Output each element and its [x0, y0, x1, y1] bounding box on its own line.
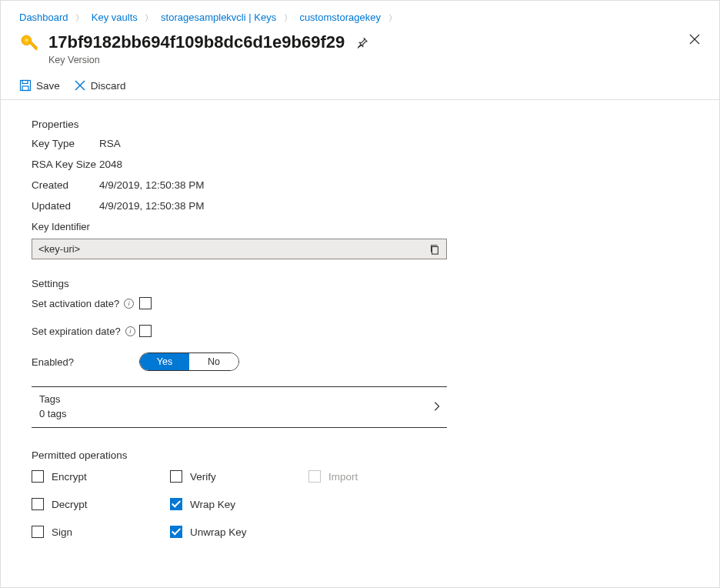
property-value: RSA	[99, 138, 121, 149]
sign-label: Sign	[52, 526, 72, 538]
copy-icon[interactable]	[429, 244, 440, 255]
key-identifier-value: <key-uri>	[38, 243, 80, 255]
unwrap-checkbox[interactable]	[170, 526, 182, 538]
encrypt-checkbox[interactable]	[32, 470, 44, 483]
settings-section-title: Settings	[32, 278, 701, 289]
info-icon[interactable]: i	[125, 326, 135, 336]
decrypt-label: Decrypt	[52, 499, 88, 510]
breadcrumb-keyvaults[interactable]: Key vaults	[92, 12, 138, 23]
discard-label: Discard	[91, 80, 126, 92]
property-label: Updated	[32, 200, 99, 212]
chevron-right-icon	[432, 401, 442, 412]
property-created: Created 4/9/2019, 12:50:38 PM	[32, 179, 701, 191]
key-identifier-label: Key Identifier	[32, 221, 701, 232]
perm-encrypt: Encrypt	[32, 470, 170, 483]
save-label: Save	[36, 80, 60, 92]
key-identifier-field[interactable]: <key-uri>	[32, 239, 447, 259]
perm-wrap: Wrap Key	[170, 498, 308, 510]
content: Properties Key Type RSA RSA Key Size 204…	[1, 100, 719, 538]
chevron-right-icon: 〉	[284, 12, 292, 24]
property-label: Key Type	[32, 138, 99, 149]
perm-sign: Sign	[32, 526, 170, 538]
verify-label: Verify	[190, 471, 216, 483]
chevron-right-icon: 〉	[145, 12, 153, 24]
decrypt-checkbox[interactable]	[32, 498, 44, 510]
expiration-date-label: Set expiration date?	[32, 326, 121, 337]
pin-icon[interactable]	[355, 36, 369, 50]
wrap-checkbox[interactable]	[170, 498, 182, 510]
properties-section-title: Properties	[32, 119, 701, 130]
svg-rect-12	[432, 246, 438, 254]
breadcrumb-keyname[interactable]: customstoragekey	[299, 12, 381, 23]
breadcrumb-dashboard[interactable]: Dashboard	[19, 12, 68, 23]
setting-expiration-date: Set expiration date? i	[32, 325, 701, 337]
breadcrumb: Dashboard 〉 Key vaults 〉 storagesamplekv…	[1, 1, 719, 28]
breadcrumb-vault[interactable]: storagesamplekvcli | Keys	[161, 12, 276, 23]
page-header: 17bf9182bb694f109b8dc6d1e9b69f29 Key Ver…	[1, 28, 719, 73]
key-icon	[19, 33, 41, 55]
perm-decrypt: Decrypt	[32, 498, 170, 510]
setting-enabled: Enabled? Yes No	[32, 352, 701, 371]
property-label: Created	[32, 179, 99, 191]
toolbar: Save Discard	[1, 73, 719, 100]
save-icon	[19, 79, 32, 92]
save-button[interactable]: Save	[19, 79, 60, 92]
enabled-toggle[interactable]: Yes No	[139, 352, 239, 371]
discard-button[interactable]: Discard	[74, 79, 126, 92]
property-value: 4/9/2019, 12:50:38 PM	[99, 179, 205, 191]
import-label: Import	[328, 471, 358, 483]
toggle-no[interactable]: No	[189, 353, 238, 370]
page-title: 17bf9182bb694f109b8dc6d1e9b69f29	[48, 32, 345, 53]
page-subtitle: Key Version	[48, 55, 345, 65]
svg-rect-9	[22, 86, 28, 91]
tags-count: 0 tags	[39, 408, 66, 419]
property-key-size: RSA Key Size 2048	[32, 159, 701, 170]
setting-activation-date: Set activation date? i	[32, 297, 701, 309]
expiration-date-checkbox[interactable]	[139, 325, 152, 337]
perm-unwrap: Unwrap Key	[170, 526, 308, 538]
activation-date-label: Set activation date?	[32, 298, 119, 309]
discard-icon	[74, 79, 86, 92]
perm-verify: Verify	[170, 470, 308, 483]
close-icon[interactable]	[688, 33, 701, 45]
property-key-type: Key Type RSA	[32, 138, 701, 149]
sign-checkbox[interactable]	[32, 526, 44, 538]
activation-date-checkbox[interactable]	[139, 297, 152, 309]
tags-row[interactable]: Tags 0 tags	[32, 386, 447, 428]
wrap-label: Wrap Key	[190, 499, 235, 510]
property-updated: Updated 4/9/2019, 12:50:38 PM	[32, 200, 701, 212]
svg-rect-8	[22, 81, 28, 84]
perm-import: Import	[308, 470, 447, 483]
encrypt-label: Encrypt	[52, 471, 87, 483]
import-checkbox	[308, 470, 321, 483]
property-value: 4/9/2019, 12:50:38 PM	[99, 200, 205, 212]
chevron-right-icon: 〉	[75, 12, 84, 24]
property-value: 2048	[99, 159, 122, 170]
chevron-right-icon: 〉	[388, 12, 397, 24]
svg-point-1	[25, 38, 28, 42]
toggle-yes[interactable]: Yes	[140, 353, 189, 370]
property-label: RSA Key Size	[32, 159, 99, 170]
info-icon[interactable]: i	[124, 299, 134, 309]
unwrap-label: Unwrap Key	[190, 526, 247, 538]
enabled-label: Enabled?	[32, 356, 74, 368]
verify-checkbox[interactable]	[170, 470, 182, 483]
permitted-operations-title: Permitted operations	[32, 449, 701, 461]
tags-label: Tags	[39, 393, 66, 405]
